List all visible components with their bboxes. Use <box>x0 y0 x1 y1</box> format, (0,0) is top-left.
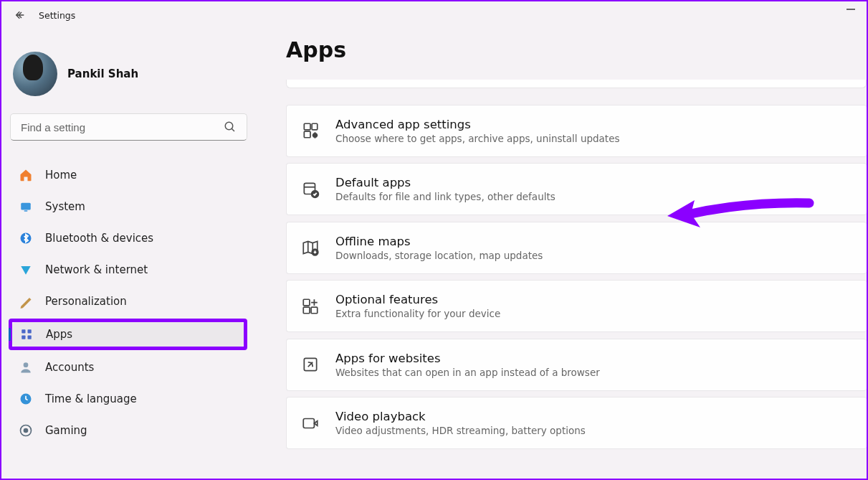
sidebar-item-label: Home <box>45 169 77 182</box>
card-default-apps[interactable]: Default apps Defaults for file and link … <box>286 163 867 215</box>
sidebar-item-label: Gaming <box>45 424 87 437</box>
card-subtitle: Defaults for file and link types, other … <box>335 191 852 202</box>
svg-rect-6 <box>22 329 25 333</box>
svg-point-13 <box>24 429 28 433</box>
sidebar: Pankil Shah Home System <box>1 24 256 479</box>
sidebar-item-accounts[interactable]: Accounts <box>10 353 247 382</box>
search-input[interactable] <box>21 121 224 133</box>
gaming-icon <box>19 423 33 438</box>
apps-highlight: Apps <box>9 319 247 350</box>
personalization-icon <box>19 294 33 309</box>
sidebar-item-label: Personalization <box>45 295 127 308</box>
profile[interactable]: Pankil Shah <box>13 52 247 96</box>
sidebar-item-network[interactable]: Network & internet <box>10 255 247 284</box>
svg-rect-14 <box>304 123 310 130</box>
card-title: Default apps <box>335 176 852 189</box>
window-title: Settings <box>39 10 75 21</box>
sidebar-item-home[interactable]: Home <box>10 161 247 189</box>
card-subtitle: Video adjustments, HDR streaming, batter… <box>335 425 852 436</box>
home-icon <box>19 168 33 182</box>
svg-line-2 <box>232 128 234 131</box>
avatar <box>13 52 57 96</box>
card-subtitle: Extra functionality for your device <box>335 308 852 319</box>
svg-rect-16 <box>312 123 318 130</box>
card-apps-for-websites[interactable]: Apps for websites Websites that can open… <box>286 339 867 391</box>
sidebar-item-label: Network & internet <box>45 263 148 276</box>
card-title: Optional features <box>335 293 852 306</box>
svg-rect-25 <box>303 418 314 428</box>
back-button[interactable] <box>13 8 27 22</box>
apps-icon <box>19 327 34 342</box>
offline-maps-icon <box>301 238 320 257</box>
card-title: Video playback <box>335 410 852 423</box>
active-indicator <box>9 328 11 341</box>
sidebar-item-time-language[interactable]: Time & language <box>10 385 247 413</box>
default-apps-icon <box>301 180 320 199</box>
card-optional-features[interactable]: Optional features Extra functionality fo… <box>286 280 867 332</box>
card-video-playback[interactable]: Video playback Video adjustments, HDR st… <box>286 397 867 449</box>
svg-rect-15 <box>304 131 310 138</box>
sidebar-item-label: Apps <box>46 328 72 341</box>
svg-point-10 <box>24 362 29 367</box>
settings-cards: Advanced app settings Choose where to ge… <box>286 80 867 452</box>
svg-point-1 <box>225 122 233 130</box>
sidebar-item-bluetooth[interactable]: Bluetooth & devices <box>10 224 247 253</box>
svg-rect-7 <box>28 329 32 333</box>
card-subtitle: Choose where to get apps, archive apps, … <box>335 133 852 144</box>
minimize-button[interactable] <box>846 9 855 10</box>
card-offline-maps[interactable]: Offline maps Downloads, storage location… <box>286 222 867 274</box>
search-input-wrapper[interactable] <box>10 113 247 141</box>
window-header: Settings <box>1 1 867 24</box>
svg-rect-22 <box>311 307 318 314</box>
svg-rect-21 <box>303 299 310 306</box>
sidebar-item-system[interactable]: System <box>10 192 247 221</box>
sidebar-item-label: Bluetooth & devices <box>45 232 153 245</box>
card-title: Apps for websites <box>335 352 852 365</box>
svg-rect-23 <box>303 307 310 314</box>
search-icon <box>224 121 237 133</box>
system-icon <box>19 199 33 214</box>
video-playback-icon <box>301 414 320 433</box>
sidebar-nav: Home System Bluetooth & devices Network … <box>10 161 247 445</box>
svg-rect-3 <box>21 203 31 210</box>
time-language-icon <box>19 392 33 406</box>
sidebar-item-personalization[interactable]: Personalization <box>10 287 247 316</box>
card-subtitle: Websites that can open in an app instead… <box>335 367 852 378</box>
user-name: Pankil Shah <box>67 67 138 80</box>
card-advanced-app-settings[interactable]: Advanced app settings Choose where to ge… <box>286 105 867 157</box>
card-subtitle: Downloads, storage location, map updates <box>335 250 852 261</box>
bluetooth-icon <box>19 231 33 245</box>
advanced-icon <box>301 121 320 140</box>
card-title: Advanced app settings <box>335 118 852 131</box>
sidebar-item-label: Time & language <box>45 392 137 405</box>
svg-rect-8 <box>22 336 25 339</box>
sidebar-item-gaming[interactable]: Gaming <box>10 416 247 445</box>
sidebar-item-apps[interactable]: Apps <box>12 322 244 347</box>
page-title: Apps <box>286 37 867 62</box>
svg-point-17 <box>313 133 317 137</box>
sidebar-item-label: System <box>45 200 85 213</box>
card-title: Offline maps <box>335 235 852 248</box>
apps-websites-icon <box>301 355 320 374</box>
svg-rect-4 <box>24 210 28 212</box>
card-stub-top <box>286 80 867 88</box>
network-icon <box>19 263 33 277</box>
main-content: Apps Advanced app settings Choose where … <box>256 24 867 479</box>
optional-features-icon <box>301 297 320 316</box>
svg-rect-9 <box>28 336 32 339</box>
accounts-icon <box>19 360 33 375</box>
sidebar-item-label: Accounts <box>45 361 94 374</box>
